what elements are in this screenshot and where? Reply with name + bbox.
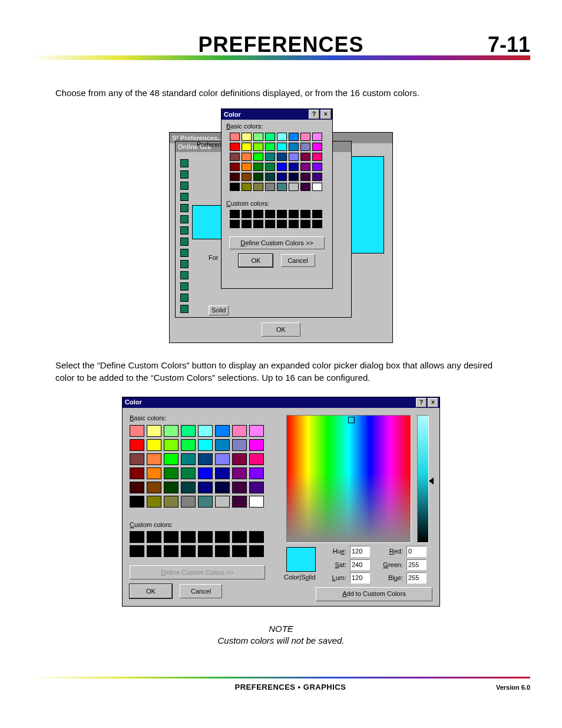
color-swatch[interactable] [232, 482, 247, 493]
color-swatch[interactable] [242, 153, 252, 161]
color-swatch[interactable] [277, 133, 287, 141]
color-swatch[interactable] [215, 467, 230, 479]
custom-color-grid[interactable] [130, 531, 265, 557]
color-swatch[interactable] [198, 482, 213, 493]
color-swatch[interactable] [253, 133, 263, 141]
color-swatch[interactable] [265, 173, 275, 181]
color-swatch[interactable] [253, 163, 263, 171]
color-swatch[interactable] [253, 183, 263, 191]
color-swatch[interactable] [198, 425, 213, 437]
color-swatch[interactable] [198, 467, 213, 479]
color-swatch[interactable] [265, 163, 275, 171]
color-swatch[interactable] [249, 496, 264, 508]
color-swatch[interactable] [147, 425, 161, 437]
color-swatch[interactable] [147, 496, 161, 508]
color-swatch[interactable] [249, 467, 264, 479]
basic-color-grid[interactable] [130, 425, 265, 508]
color-swatch[interactable] [289, 133, 299, 141]
color-swatch[interactable] [181, 453, 196, 465]
color-swatch[interactable] [164, 496, 178, 508]
color-swatch[interactable] [232, 467, 247, 479]
color-swatch[interactable] [230, 153, 240, 161]
color-swatch[interactable] [164, 467, 178, 479]
color-swatch[interactable] [147, 439, 161, 451]
luminance-bar[interactable] [417, 415, 429, 543]
color-swatch[interactable] [130, 496, 144, 508]
color-swatch[interactable] [277, 183, 287, 191]
color-swatch[interactable] [277, 173, 287, 181]
color-swatch[interactable] [289, 163, 299, 171]
color-swatch[interactable] [130, 482, 144, 493]
color-swatch[interactable] [230, 163, 240, 171]
color-swatch[interactable] [289, 143, 299, 151]
color-swatch[interactable] [232, 453, 247, 465]
color-swatch[interactable] [312, 183, 322, 191]
color-swatch[interactable] [265, 143, 275, 151]
color-swatch[interactable] [130, 439, 144, 451]
close-icon[interactable]: × [428, 398, 438, 407]
luminance-pointer-icon[interactable] [429, 477, 434, 485]
cancel-button[interactable]: Cancel [180, 584, 222, 598]
color-swatch[interactable] [289, 153, 299, 161]
color-swatch[interactable] [253, 143, 263, 151]
green-input[interactable]: 255 [406, 559, 427, 571]
color-swatch[interactable] [198, 496, 213, 508]
color-swatch[interactable] [232, 425, 247, 437]
color-swatch[interactable] [242, 183, 252, 191]
color-swatch[interactable] [300, 163, 310, 171]
color-swatch[interactable] [265, 133, 275, 141]
color-swatch[interactable] [232, 496, 247, 508]
color-swatch[interactable] [289, 183, 299, 191]
ok-button[interactable]: OK [262, 322, 300, 337]
color-swatch[interactable] [230, 133, 240, 141]
color-swatch[interactable] [312, 163, 322, 171]
color-swatch[interactable] [277, 143, 287, 151]
custom-color-grid[interactable] [230, 210, 328, 228]
color-swatch[interactable] [300, 153, 310, 161]
color-swatch[interactable] [312, 153, 322, 161]
color-swatch[interactable] [242, 143, 252, 151]
help-icon[interactable]: ? [309, 110, 319, 119]
color-swatch[interactable] [130, 425, 144, 437]
color-swatch[interactable] [181, 496, 196, 508]
solid-tab[interactable]: Solid [209, 305, 229, 315]
color-swatch[interactable] [147, 453, 161, 465]
color-swatch[interactable] [230, 143, 240, 151]
color-swatch[interactable] [312, 173, 322, 181]
color-swatch[interactable] [215, 496, 230, 508]
ok-button[interactable]: OK [130, 584, 172, 598]
red-input[interactable]: 0 [406, 546, 427, 557]
color-swatch[interactable] [164, 425, 178, 437]
color-swatch[interactable] [265, 153, 275, 161]
blue-input[interactable]: 255 [406, 572, 427, 584]
add-to-custom-colors-button[interactable]: Add to Custom Colors [316, 587, 432, 601]
color-swatch[interactable] [181, 439, 196, 451]
define-custom-colors-button[interactable]: Define Custom Colors >> [229, 236, 325, 249]
color-swatch[interactable] [277, 163, 287, 171]
color-swatch[interactable] [277, 153, 287, 161]
color-swatch[interactable] [215, 453, 230, 465]
color-swatch[interactable] [164, 482, 178, 493]
color-swatch[interactable] [130, 467, 144, 479]
color-swatch[interactable] [230, 183, 240, 191]
color-swatch[interactable] [198, 439, 213, 451]
color-swatch[interactable] [300, 173, 310, 181]
color-swatch[interactable] [242, 133, 252, 141]
color-swatch[interactable] [215, 482, 230, 493]
color-swatch[interactable] [249, 453, 264, 465]
help-icon[interactable]: ? [416, 398, 427, 407]
color-swatch[interactable] [164, 453, 178, 465]
color-swatch[interactable] [242, 163, 252, 171]
color-swatch[interactable] [300, 143, 310, 151]
hue-input[interactable]: 120 [350, 546, 370, 557]
color-swatch[interactable] [249, 482, 264, 493]
color-swatch[interactable] [181, 425, 196, 437]
color-swatch[interactable] [232, 439, 247, 451]
color-swatch[interactable] [181, 467, 196, 479]
color-swatch[interactable] [215, 439, 230, 451]
color-swatch[interactable] [289, 173, 299, 181]
sat-input[interactable]: 240 [350, 559, 370, 571]
color-swatch[interactable] [249, 439, 264, 451]
hue-sat-field[interactable] [286, 415, 411, 543]
color-swatch[interactable] [130, 453, 144, 465]
